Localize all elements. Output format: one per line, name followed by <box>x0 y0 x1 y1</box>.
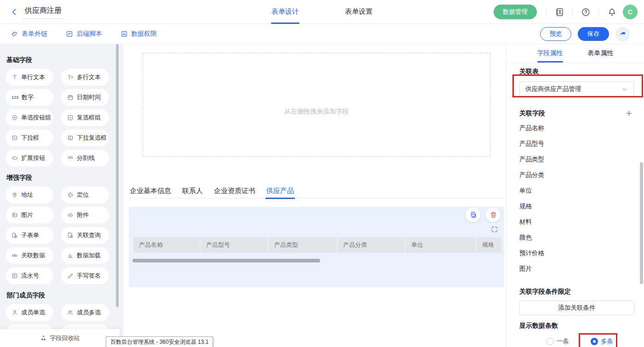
drop-zone[interactable]: 从左侧拖拽来添加字段 <box>143 53 490 157</box>
display-count-radio-group: 一条 多条 <box>546 337 644 346</box>
related-field-item[interactable]: 预计价格 <box>519 245 644 261</box>
field-button-radio-group[interactable]: 单选按钮组 <box>6 109 53 126</box>
field-button-serial-number[interactable]: 流水号 <box>6 267 53 284</box>
trash-icon[interactable] <box>486 207 500 222</box>
column-header: 产品名称 <box>133 237 200 253</box>
data-manage-button[interactable]: 数据管理 <box>494 5 537 19</box>
field-button-expand-button[interactable]: 扩展按钮 <box>6 150 53 166</box>
divider <box>598 9 599 15</box>
tab-company-basic-info[interactable]: 企业基本信息 <box>129 183 172 198</box>
related-field-item[interactable]: 图片 <box>519 261 644 277</box>
field-button-multi-line-text[interactable]: 多行文本 <box>61 69 109 85</box>
help-icon[interactable] <box>577 4 594 20</box>
properties-panel: 字段属性 表单属性 关联表 供应商供应产品管理 关联字段 产品名称 产品型号 产… <box>506 44 644 347</box>
link-icon <box>11 30 18 38</box>
preview-button[interactable]: 预览 <box>540 27 571 41</box>
column-header: 规格 <box>477 237 501 253</box>
share-arrow-icon[interactable] <box>615 27 630 41</box>
field-button-location[interactable]: 定位 <box>61 187 109 203</box>
select-icon <box>12 135 18 141</box>
field-button-image[interactable]: 图片 <box>6 207 53 223</box>
enhanced-fields-grid: 地址 定位 图片 附件 子表单 关联查询 关联数据 数据加载 流水号 手写签名 <box>6 187 118 284</box>
tab-contact-person[interactable]: 联系人 <box>181 183 204 198</box>
browser-tooltip: 百数后台管理系统 - 360安全浏览器 13.1 <box>106 336 213 347</box>
related-field-item[interactable]: 产品名称 <box>519 120 644 136</box>
data-permission-button[interactable]: 数据权限 <box>121 30 157 38</box>
field-button-subform[interactable]: 子表单 <box>6 227 53 244</box>
related-field-item[interactable]: 规格 <box>519 199 644 214</box>
radio-icon <box>12 114 18 121</box>
tab-form-design[interactable]: 表单设计 <box>271 0 299 24</box>
horizontal-scrollbar[interactable] <box>132 259 320 262</box>
subtable-widget[interactable]: 产品名称 产品型号 产品类型 产品分类 单位 规格 <box>129 207 504 287</box>
panel-scrollbar[interactable] <box>640 162 643 284</box>
subtable-header-row: 产品名称 产品型号 产品类型 产品分类 单位 规格 <box>133 237 501 253</box>
related-table-select[interactable]: 供应商供应产品管理 <box>519 81 634 97</box>
serial-number-icon <box>12 273 18 279</box>
related-query-icon <box>67 232 74 239</box>
bell-icon[interactable] <box>604 4 620 20</box>
radio-option-multiple[interactable]: 多条 <box>591 337 613 346</box>
avatar[interactable]: C <box>623 5 638 19</box>
field-button-single-line-text[interactable]: 单行文本 <box>6 69 53 85</box>
multi-select-icon <box>67 135 74 141</box>
field-button-divider[interactable]: 分割线 <box>61 150 109 166</box>
field-button-member-single[interactable]: 成员单选 <box>6 304 53 321</box>
divider-icon <box>67 155 74 161</box>
tab-supplied-products[interactable]: 供应产品 <box>265 183 295 198</box>
calendar-icon <box>67 94 74 101</box>
section-title-basic: 基础字段 <box>6 56 117 64</box>
related-field-item[interactable]: 产品类型 <box>519 152 644 167</box>
backend-script-button[interactable]: 后端脚本 <box>66 30 102 38</box>
field-button-checkbox-group[interactable]: 复选框组 <box>61 109 109 126</box>
add-field-plus-icon[interactable] <box>625 109 633 117</box>
drop-zone-placeholder: 从左侧拖拽来添加字段 <box>284 94 349 116</box>
related-field-item[interactable]: 产品型号 <box>519 136 644 152</box>
field-button-related-data[interactable]: 关联数据 <box>6 247 53 264</box>
sidebar-scrollbar[interactable] <box>116 44 119 307</box>
form-canvas: 从左侧拖拽来添加字段 企业基本信息 联系人 企业资质证书 供应产品 产品名称 产… <box>123 44 506 347</box>
copy-icon[interactable] <box>466 207 480 222</box>
back-button[interactable] <box>10 8 18 16</box>
tab-form-settings[interactable]: 表单设置 <box>345 0 373 24</box>
field-button-address[interactable]: 地址 <box>6 187 53 203</box>
map-pin-icon <box>12 192 18 198</box>
related-fields-label: 关联字段 <box>519 108 545 118</box>
single-line-text-icon <box>12 74 18 80</box>
tab-form-properties[interactable]: 表单属性 <box>588 44 614 63</box>
divider <box>572 9 573 15</box>
expand-icon[interactable] <box>490 225 499 233</box>
field-button-data-load[interactable]: 数据加载 <box>61 247 109 264</box>
field-recycle-bin-bar[interactable]: 字段回收站 <box>0 329 120 347</box>
field-button-select[interactable]: 下拉框 <box>6 130 53 146</box>
external-link-button[interactable]: 表单外链 <box>11 30 47 38</box>
section-title-enhanced: 增强字段 <box>6 174 117 182</box>
related-field-item[interactable]: 颜色 <box>519 230 644 245</box>
column-header: 产品型号 <box>201 237 268 253</box>
field-button-number[interactable]: 123数字 <box>6 89 53 106</box>
save-button[interactable]: 保存 <box>578 27 609 41</box>
tab-company-certificates[interactable]: 企业资质证书 <box>213 183 256 198</box>
form-title[interactable]: 供应商注册 <box>23 5 63 19</box>
field-button-multi-select[interactable]: 下拉复选框 <box>61 130 109 146</box>
field-button-related-query[interactable]: 关联查询 <box>61 227 109 244</box>
radio-checked-icon <box>591 338 598 345</box>
radio-option-single[interactable]: 一条 <box>546 337 569 346</box>
form-toolbar: 表单外链 后端脚本 数据权限 预览 保存 <box>0 24 644 44</box>
field-button-signature[interactable]: 手写签名 <box>61 267 109 284</box>
related-field-item[interactable]: 产品分类 <box>519 167 644 183</box>
tab-field-properties[interactable]: 字段属性 <box>537 44 563 63</box>
address-book-icon[interactable] <box>551 4 568 20</box>
add-condition-button[interactable]: 添加关联条件 <box>519 301 634 315</box>
signature-pen-icon <box>67 273 74 279</box>
image-icon <box>12 212 18 218</box>
top-header: 供应商注册 表单设计 表单设置 数据管理 C <box>0 0 644 24</box>
field-button-member-multi[interactable]: 成员多选 <box>61 304 109 321</box>
member-multi-icon <box>67 309 74 316</box>
related-field-item[interactable]: 单位 <box>519 183 644 199</box>
cloud-upload-icon <box>67 212 74 218</box>
related-field-item[interactable]: 材料 <box>519 214 644 230</box>
field-button-datetime[interactable]: 日期时间 <box>61 89 109 106</box>
number-123-icon: 123 <box>12 95 18 100</box>
field-button-attachment[interactable]: 附件 <box>61 207 109 223</box>
